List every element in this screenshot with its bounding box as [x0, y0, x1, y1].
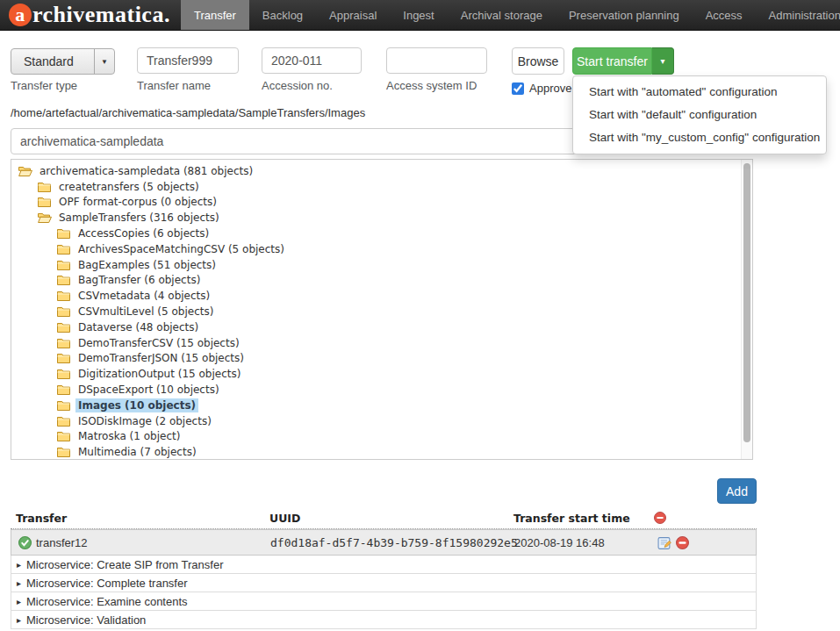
folder-icon [57, 275, 71, 285]
folder-icon [57, 306, 71, 317]
tree-item[interactable]: DemoTransferCSV (15 objects) [11, 335, 752, 351]
tree-item[interactable]: Matroska (1 object) [11, 429, 752, 445]
selected-path-text: /home/artefactual/archivematica-sampleda… [11, 106, 365, 119]
expand-triangle-icon: ▸ [17, 560, 21, 570]
tree-item-label: DSpaceExport (10 objects) [75, 383, 222, 397]
column-header-start-time: Transfer start time [513, 512, 630, 525]
folder-icon [57, 322, 71, 333]
start-transfer-split-button: Start transfer ▾ [572, 47, 674, 75]
transfer-name-input[interactable] [137, 47, 239, 74]
logo-a-icon: a [9, 4, 32, 26]
folder-icon [57, 416, 71, 427]
expand-triangle-icon: ▸ [17, 615, 21, 625]
add-button[interactable]: Add [717, 478, 757, 504]
tab-access[interactable]: Access [693, 0, 756, 30]
microservice-row-examine-contents[interactable]: ▸ Microservice: Examine contents [11, 592, 757, 611]
tab-ingest[interactable]: Ingest [390, 0, 447, 30]
browse-button[interactable]: Browse [512, 47, 564, 75]
menu-item-custom-config[interactable]: Start with "my_custom_config" configurat… [573, 126, 826, 149]
tree-item-label: BagTransfer (6 objects) [75, 273, 203, 287]
remove-all-icon[interactable] [654, 512, 666, 527]
select-caret-icon: ▼ [94, 49, 114, 74]
tree-item[interactable]: ISODiskImage (2 objects) [11, 413, 752, 429]
edit-metadata-icon[interactable] [657, 536, 671, 554]
transfer-name[interactable]: transfer12 [36, 536, 88, 549]
transfer-type-label: Transfer type [11, 79, 77, 92]
start-transfer-dropdown-menu: Start with "automated" configuration Sta… [572, 75, 827, 154]
transfer-type-value: Standard [11, 54, 94, 68]
accession-no-input[interactable] [262, 47, 362, 74]
tree-item[interactable]: createtransfers (5 objects) [11, 179, 752, 195]
tree-item[interactable]: OPF format-corpus (0 objects) [11, 195, 752, 211]
tree-item-label: ArchivesSpaceMatchingCSV (5 objects) [75, 242, 287, 256]
top-navbar: archivematica. Transfer Backlog Appraisa… [0, 0, 840, 31]
start-transfer-caret-button[interactable]: ▾ [652, 47, 674, 75]
tree-item-label: ISODiskImage (2 objects) [75, 414, 214, 428]
tree-item[interactable]: Dataverse (48 objects) [11, 319, 752, 335]
logo-text: rchivematica. [32, 2, 170, 28]
tab-administration[interactable]: Administration [756, 0, 840, 30]
tree-item[interactable]: ArchivesSpaceMatchingCSV (5 objects) [11, 241, 752, 257]
menu-item-automated[interactable]: Start with "automated" configuration [573, 81, 826, 104]
expand-triangle-icon: ▸ [17, 578, 21, 588]
tree-item[interactable]: AccessCopies (6 objects) [11, 226, 752, 241]
microservice-row-validation[interactable]: ▸ Microservice: Validation [11, 611, 757, 629]
transfer-name-label: Transfer name [137, 79, 211, 92]
transfer-type-select[interactable]: Standard ▼ [11, 48, 115, 75]
folder-icon [57, 353, 71, 363]
directory-tree-panel: archivematica-sampledata (881 objects) c… [11, 159, 753, 460]
tree-item[interactable]: DemoTransferJSON (15 objects) [11, 351, 752, 367]
folder-icon [57, 290, 71, 301]
accession-no-label: Accession no. [262, 79, 333, 92]
microservice-row-complete-transfer[interactable]: ▸ Microservice: Complete transfer [11, 574, 757, 592]
tab-preservation-planning[interactable]: Preservation planning [556, 0, 693, 30]
folder-icon [57, 260, 71, 270]
folder-open-icon [38, 212, 52, 223]
column-header-uuid: UUID [269, 512, 300, 525]
tree-item[interactable]: archivematica-sampledata (881 objects) [11, 163, 752, 179]
status-complete-icon [18, 536, 32, 553]
column-header-transfer: Transfer [16, 512, 67, 525]
tree-scrollbar-thumb[interactable] [743, 163, 750, 442]
folder-icon [57, 431, 71, 441]
tree-item-label: AccessCopies (6 objects) [75, 226, 212, 240]
tree-item[interactable]: CSVmultiLevel (5 objects) [11, 304, 752, 319]
tree-item[interactable]: SampleTransfers (316 objects) [11, 210, 752, 226]
folder-icon [57, 400, 71, 411]
access-system-id-input[interactable] [386, 47, 487, 74]
tree-item-label: DemoTransferCSV (15 objects) [75, 336, 242, 350]
tree-item-label: CSVmultiLevel (5 objects) [75, 305, 216, 319]
transfer-row: transfer12 df0d18af-d5f7-4b39-b759-8f159… [11, 529, 757, 556]
tree-item[interactable]: DigitizationOutput (15 objects) [11, 366, 752, 382]
tree-item-label: DigitizationOutput (15 objects) [75, 367, 243, 381]
tree-item[interactable]: CSVmetadata (4 objects) [11, 288, 752, 304]
microservice-row-create-sip[interactable]: ▸ Microservice: Create SIP from Transfer [11, 556, 757, 574]
tab-archival-storage[interactable]: Archival storage [448, 0, 556, 30]
approve-checkbox-row: Approve a [512, 82, 581, 95]
menu-item-default[interactable]: Start with "default" configuration [573, 104, 826, 126]
tree-item-label: DemoTransferJSON (15 objects) [75, 351, 247, 365]
folder-icon [57, 447, 71, 457]
approve-checkbox[interactable] [512, 82, 524, 95]
folder-icon [38, 182, 52, 192]
archivematica-logo[interactable]: archivematica. [0, 0, 181, 30]
tree-item-selected[interactable]: Images (10 objects) [11, 398, 752, 413]
tree-item[interactable]: BagExamples (51 objects) [11, 257, 752, 273]
tab-backlog[interactable]: Backlog [249, 0, 316, 30]
start-transfer-button[interactable]: Start transfer [572, 47, 652, 75]
tab-transfer[interactable]: Transfer [181, 0, 249, 30]
tab-appraisal[interactable]: Appraisal [316, 0, 390, 30]
tree-item-label: Matroska (1 object) [75, 429, 183, 443]
tree-item-label: BagExamples (51 objects) [75, 258, 219, 272]
tree-item[interactable]: DSpaceExport (10 objects) [11, 382, 752, 398]
tree-item-label: Dataverse (48 objects) [75, 320, 201, 334]
tree-scrollbar [741, 160, 752, 459]
remove-transfer-icon[interactable] [676, 536, 689, 553]
folder-open-icon [18, 166, 32, 176]
microservice-label: Microservice: Complete transfer [26, 577, 188, 590]
transfer-start-time: 2020-08-19 16:48 [514, 536, 605, 549]
tree-item[interactable]: Multimedia (7 objects) [11, 444, 752, 460]
tree-item-label: SampleTransfers (316 objects) [56, 211, 222, 225]
tree-item[interactable]: BagTransfer (6 objects) [11, 273, 752, 289]
folder-icon [57, 338, 71, 348]
